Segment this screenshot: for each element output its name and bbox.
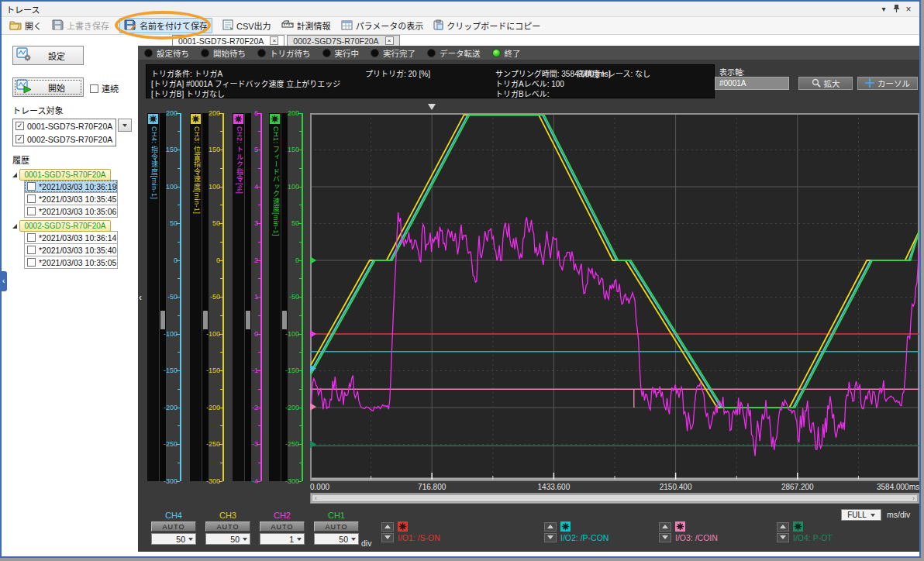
close-icon[interactable]: ×	[902, 4, 915, 15]
zero-marker-icon[interactable]	[310, 441, 316, 449]
scale-value-select[interactable]: 50	[314, 533, 359, 545]
axis-scrollbar-thumb[interactable]	[203, 311, 208, 329]
history-item[interactable]: *2021/03/03 10:35:40	[24, 243, 118, 256]
tab-0001-sgd7s-r70f20a[interactable]: 0001-SGD7S-R70F20A ×	[172, 35, 284, 46]
trace-settings-button[interactable]: 設定	[12, 46, 84, 65]
history-item-checkbox[interactable]	[27, 194, 36, 203]
axis-scrollbar[interactable]	[202, 113, 209, 481]
scale-block-ch1: CH1 AUTO 50	[314, 511, 359, 545]
scale-value-select[interactable]: 1	[260, 533, 305, 545]
measure-info-button[interactable]: 計測情報	[281, 19, 331, 32]
history-item-checkbox[interactable]	[27, 258, 36, 267]
auto-scale-button[interactable]: AUTO	[151, 521, 196, 532]
tab-close-icon[interactable]: ×	[385, 36, 394, 45]
trace-window: トレース ▾ × 開く 上書き保存 名前を付けて保存 CSV出力 計測情報	[0, 0, 921, 558]
axis-scrollbar-thumb[interactable]	[282, 311, 287, 329]
trigger-marker-icon[interactable]	[428, 104, 436, 110]
history-item[interactable]: *2021/03/03 10:35:06	[24, 205, 118, 218]
tab-0002-sgd7s-r70f20a[interactable]: 0002-SGD7S-R70F20A ×	[287, 35, 399, 46]
history-item[interactable]: *2021/03/03 10:36:14	[24, 231, 118, 244]
axis-scrollbar-thumb[interactable]	[160, 311, 165, 329]
window-menu-icon[interactable]: ▾	[877, 5, 890, 13]
io-settings-button[interactable]	[675, 521, 685, 532]
scroll-right-icon[interactable]: ›	[912, 494, 915, 503]
save-button[interactable]: 上書き保存	[52, 19, 109, 32]
scale-value-select[interactable]: 50	[205, 533, 250, 545]
history-group-header[interactable]: 0001-SGD7S-R70F20A	[19, 169, 111, 181]
zero-marker-icon[interactable]	[310, 256, 316, 264]
axis-settings-button[interactable]	[191, 114, 201, 124]
axis-scrollbar[interactable]	[160, 113, 166, 481]
history-item-checkbox[interactable]	[27, 246, 36, 254]
trace-target-item[interactable]: 0002-SGD7S-R70F20A	[13, 133, 116, 146]
zero-marker-icon[interactable]	[310, 330, 316, 338]
csv-export-button[interactable]: CSV出力	[222, 19, 271, 32]
show-parameters-button[interactable]: パラメータの表示	[341, 19, 424, 32]
plot-area[interactable]	[310, 113, 919, 481]
window-title: トレース	[6, 3, 40, 15]
magnifier-icon	[812, 78, 821, 89]
scale-block-ch3: CH3 AUTO 50	[205, 511, 250, 545]
tab-close-icon[interactable]: ×	[270, 36, 278, 45]
io-down-button[interactable]	[777, 533, 789, 542]
time-range-select[interactable]: FULL	[841, 509, 881, 521]
axis-label: CH3: 位置指令速度[min-1]	[192, 126, 202, 215]
tree-expander-icon[interactable]	[12, 224, 17, 229]
sidebar-collapse-icon[interactable]: ‹	[0, 271, 7, 291]
axis-settings-button[interactable]	[270, 114, 280, 124]
chevron-down-icon	[122, 124, 127, 127]
axis-settings-button[interactable]	[233, 114, 243, 124]
history-item-label: *2021/03/03 10:36:14	[39, 233, 116, 243]
display-axis-select[interactable]: #0001A	[715, 77, 789, 90]
history-item[interactable]: *2021/03/03 10:35:45	[24, 192, 118, 205]
pin-icon[interactable]	[890, 4, 902, 15]
scale-value-select[interactable]: 50	[151, 533, 196, 545]
cursor-button[interactable]: カーソル	[857, 77, 918, 90]
horizontal-scrollbar[interactable]: ‹ ›	[310, 493, 919, 504]
scrollbar-thumb[interactable]	[312, 494, 918, 502]
history-item-checkbox[interactable]	[27, 233, 36, 242]
history-group-header[interactable]: 0002-SGD7S-R70F20A	[19, 220, 111, 232]
trace-target-checkbox[interactable]	[16, 135, 24, 143]
zoom-button[interactable]: 拡大	[798, 77, 853, 90]
io-down-button[interactable]	[659, 533, 671, 542]
auto-scale-button[interactable]: AUTO	[260, 521, 305, 532]
trace-start-button[interactable]: 開始	[12, 77, 84, 97]
io-settings-button[interactable]	[398, 521, 408, 532]
history-item-label: *2021/03/03 10:35:40	[39, 246, 116, 255]
continuous-checkbox[interactable]	[90, 84, 98, 93]
history-item[interactable]: *2021/03/03 10:36:19	[24, 180, 118, 193]
axis-ticks: 200150100500-50-100-150-200-250-300	[209, 113, 224, 481]
history-item-checkbox[interactable]	[27, 207, 36, 215]
io-settings-button[interactable]	[793, 521, 803, 532]
history-item-checkbox[interactable]	[27, 182, 36, 191]
open-button[interactable]: 開く	[9, 19, 42, 32]
trace-target-item[interactable]: 0001-SGD7S-R70F20A	[13, 119, 116, 133]
io-down-button[interactable]	[381, 533, 394, 542]
copy-to-clipboard-button[interactable]: クリップボードにコピー	[433, 19, 540, 32]
axis-scrollbar-thumb[interactable]	[246, 311, 250, 329]
io-up-button[interactable]	[381, 522, 394, 532]
history-item[interactable]: *2021/03/03 10:35:05	[24, 256, 118, 269]
save-as-button[interactable]: 名前を付けて保存	[119, 18, 212, 33]
trace-target-checkbox[interactable]	[16, 122, 24, 130]
io-down-button[interactable]	[544, 533, 557, 542]
axis-scrollbar[interactable]	[281, 113, 288, 481]
io-up-button[interactable]	[777, 522, 789, 532]
trigger-b: [トリガB] トリガなし	[151, 88, 225, 99]
zero-marker-icon[interactable]	[310, 403, 316, 411]
io-up-button[interactable]	[544, 522, 557, 532]
arrow-down-icon	[780, 535, 786, 539]
io-settings-button[interactable]	[560, 521, 571, 532]
auto-scale-button[interactable]: AUTO	[205, 521, 250, 532]
auto-scale-button[interactable]: AUTO	[314, 521, 359, 532]
tree-expander-icon[interactable]	[12, 173, 17, 177]
trace-target-dropdown-button[interactable]	[118, 119, 132, 132]
axis-settings-button[interactable]	[148, 114, 158, 124]
status-finished: 終了	[492, 47, 521, 59]
io-up-button[interactable]	[659, 522, 671, 532]
axis-label: CH2: トルク指令[%]	[235, 126, 245, 194]
scroll-left-icon[interactable]: ‹	[315, 494, 317, 503]
panel-collapse-icon[interactable]: ‹	[139, 292, 142, 303]
axis-scrollbar[interactable]	[245, 113, 251, 481]
